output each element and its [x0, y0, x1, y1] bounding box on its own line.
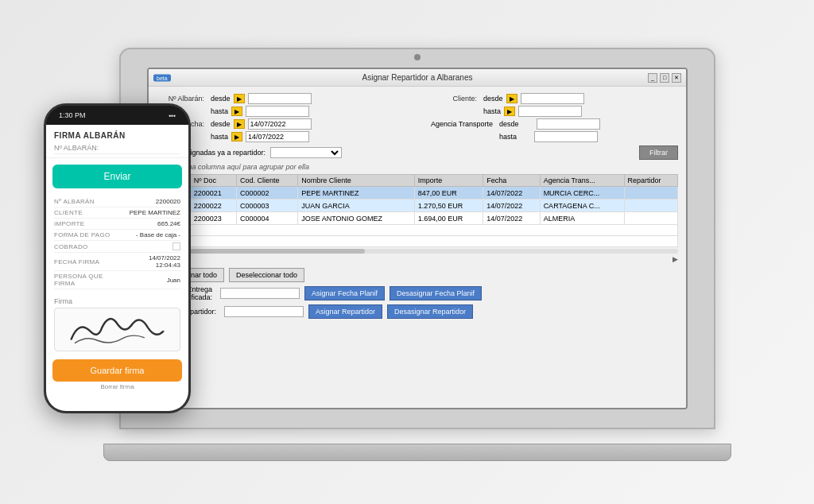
row-importe: 847,00 EUR: [414, 187, 483, 200]
borrar-firma-link[interactable]: Borrar firma: [46, 383, 188, 390]
col-agencia[interactable]: Agencia Trans...: [540, 175, 624, 187]
row-nombre: JUAN GARCIA: [298, 200, 414, 212]
field-key: Nº ALBARÁN: [54, 198, 126, 205]
agencia-desde-input[interactable]: [537, 118, 600, 130]
minimize-button[interactable]: _: [648, 73, 657, 83]
laptop-base: [103, 444, 731, 461]
row-agencia: MURCIA CERC...: [540, 187, 624, 200]
fecha-desde-arrow[interactable]: ▶: [234, 119, 245, 129]
row-nombre: PEPE MARTINEZ: [298, 187, 414, 200]
row-agencia: CARTAGENA C...: [540, 200, 624, 212]
col-fecha[interactable]: Fecha: [483, 175, 540, 187]
row-fecha: 14/07/2022: [483, 200, 540, 212]
phone-screen: FIRMA ALBARÁN Nº ALBARÁN: Enviar Nº ALBA…: [46, 125, 188, 411]
cliente-label: Cliente:: [429, 95, 477, 103]
row-repartidor: [624, 212, 677, 225]
table-row[interactable]: ☑ ★ 2200022 C000003 JUAN GARCIA 1.270,50…: [157, 200, 678, 212]
beta-badge: beta: [153, 74, 171, 81]
cliente-hasta-input[interactable]: [518, 106, 582, 117]
laptop-body: beta Asignar Repartidor a Albaranes _ □ …: [119, 48, 715, 429]
albaran-hasta-input[interactable]: [246, 106, 309, 117]
desasignar-repartidor-button[interactable]: Desasignar Repartidor: [387, 304, 473, 319]
table-row-empty: [157, 225, 678, 236]
desasignar-fecha-button[interactable]: Desasignar Fecha Planif: [390, 286, 482, 300]
field-cliente: CLIENTE PEPE MARTINEZ: [54, 207, 180, 219]
row-agencia: ALMERIA: [540, 212, 624, 225]
col-repartidor[interactable]: Repartidor: [624, 175, 677, 187]
row-ndoc: 2200021: [190, 187, 236, 200]
cliente-desde-label: desde: [483, 95, 503, 103]
asignar-fecha-button[interactable]: Asignar Fecha Planif: [304, 286, 385, 300]
firma-label: Firma: [54, 297, 180, 305]
mostrar-select[interactable]: [270, 147, 342, 158]
row-cod-cliente: C000003: [236, 200, 297, 212]
deselect-all-button[interactable]: Deseleccionar todo: [229, 268, 304, 282]
field-persona-firma: PERSONA QUE FIRMA Juan: [54, 271, 180, 289]
phone-header: FIRMA ALBARÁN Nº ALBARÁN:: [46, 125, 188, 158]
field-key: FORMA DE PAGO: [54, 231, 126, 238]
agencia-hasta-label: hasta: [499, 133, 517, 141]
phone-notch-bar: 1:30 PM ▪▪▪: [46, 106, 188, 125]
laptop-screen: beta Asignar Repartidor a Albaranes _ □ …: [147, 68, 688, 409]
bottom-actions: Seleccionar todo Deseleccionar todo Fech…: [157, 268, 678, 319]
firma-section: Firma: [46, 294, 188, 355]
alb-num-label: Nº ALBARÁN:: [54, 144, 99, 152]
field-key: FECHA FIRMA: [54, 258, 126, 266]
cliente-desde-input[interactable]: [521, 93, 584, 104]
fecha-row: Fecha Entrega Planificada: Asignar Fecha…: [157, 285, 678, 301]
phone-notch: [90, 106, 145, 120]
fecha-hasta-input[interactable]: [246, 131, 309, 142]
agencia-label: Agencia Transporte: [429, 120, 493, 128]
col-nombre-cliente[interactable]: Nombre Cliente: [298, 175, 414, 187]
field-alb-num: Nº ALBARÁN 2200020: [54, 196, 180, 207]
fecha-desde-input[interactable]: [248, 118, 312, 130]
fecha-entrega-input[interactable]: [220, 288, 300, 299]
enviar-button[interactable]: Enviar: [52, 165, 182, 188]
field-fecha-firma: FECHA FIRMA 14/07/2022 12:04:43: [54, 253, 180, 271]
table-scrollbar-h[interactable]: [157, 249, 678, 254]
row-cod-cliente: C000004: [236, 212, 297, 225]
cobrado-checkbox[interactable]: [172, 242, 180, 250]
cliente-hasta-label: hasta: [483, 107, 501, 115]
albaran-hasta-arrow[interactable]: ▶: [231, 107, 242, 116]
cliente-desde-arrow[interactable]: ▶: [506, 94, 517, 103]
data-table: ☑ Nº Doc Cod. Cliente Nombre Cliente Imp…: [157, 174, 678, 247]
row-repartidor: [624, 187, 677, 200]
agencia-desde-label: desde: [499, 120, 519, 128]
cliente-hasta-arrow[interactable]: ▶: [504, 107, 515, 116]
field-val: Juan: [126, 277, 180, 284]
alb-num-value: [54, 152, 180, 154]
select-buttons-row: Seleccionar todo Deseleccionar todo: [157, 268, 678, 282]
row-importe: 1.270,50 EUR: [414, 200, 483, 212]
row-cod-cliente: C000002: [236, 187, 297, 200]
filtrar-button[interactable]: Filtrar: [639, 145, 678, 160]
col-cod-cliente[interactable]: Cod. Cliente: [236, 175, 297, 187]
col-ndoc[interactable]: Nº Doc: [190, 175, 236, 187]
table-row[interactable]: ☑ ★ 2200021 C000002 PEPE MARTINEZ 847,00…: [157, 187, 678, 200]
col-importe[interactable]: Importe: [414, 175, 483, 187]
asignar-repartidor-button[interactable]: Asignar Repartidor: [308, 304, 382, 319]
albaran-desde-arrow[interactable]: ▶: [234, 94, 245, 103]
phone-data-section: Nº ALBARÁN 2200020 CLIENTE PEPE MARTINEZ…: [46, 192, 188, 294]
hasta-label: hasta: [211, 107, 228, 115]
window-controls: _ □ ✕: [648, 73, 681, 83]
field-key: COBRADO: [54, 243, 126, 250]
scene: beta Asignar Repartidor a Albaranes _ □ …: [0, 0, 814, 504]
table-row[interactable]: ☐ ★ 2200023 C000004 JOSE ANTONIO GOMEZ 1…: [157, 212, 678, 225]
desde-label: desde: [211, 95, 231, 103]
fecha-hasta-arrow[interactable]: ▶: [231, 132, 242, 142]
field-cobrado: COBRADO: [54, 241, 180, 253]
agencia-hasta-input[interactable]: [534, 131, 598, 142]
repartidor-input[interactable]: [224, 306, 304, 317]
field-key: IMPORTE: [54, 220, 126, 227]
group-hint: Arrastra una columna aquí para agrupar p…: [157, 163, 678, 171]
albaran-desde-input[interactable]: [248, 93, 312, 104]
phone: 1:30 PM ▪▪▪ FIRMA ALBARÁN Nº ALBARÁN: En…: [44, 103, 191, 413]
close-button[interactable]: ✕: [672, 73, 681, 83]
field-forma-pago: FORMA DE PAGO - Base de caja -: [54, 230, 180, 241]
row-fecha: 14/07/2022: [483, 187, 540, 200]
maximize-button[interactable]: □: [660, 73, 669, 83]
table-row-empty: [157, 236, 678, 247]
guardar-firma-button[interactable]: Guardar firma: [52, 359, 182, 382]
repartidor-row: Repartidor: Asignar Repartidor Desasigna…: [157, 304, 678, 319]
